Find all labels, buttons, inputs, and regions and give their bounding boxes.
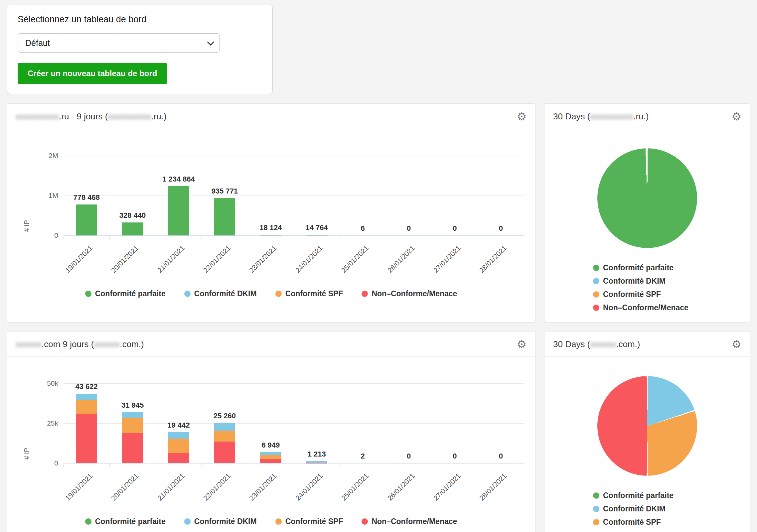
bar-value-label: 0 [407,452,411,461]
x-axis-tick [524,236,524,239]
y-axis-tick-label: 1M [49,192,58,200]
card-title-text: .com 9 jours ( [42,339,94,349]
chart-legend: Conformité parfaiteConformité DKIMConfor… [593,263,750,322]
bar-segment [168,432,189,439]
bar-value-label: 6 [361,224,365,233]
gridline [64,196,524,196]
bar-plot-area: 2M1M0778 468328 4401 234 864935 77118 12… [64,156,524,235]
x-axis-label: 27/01/2021 [432,472,462,502]
legend-marker-spf [275,518,282,525]
legend-label: Conformité SPF [603,290,661,299]
bar-segment [168,453,189,463]
bar-segment [260,452,281,455]
bar-value-label: 328 440 [119,211,146,220]
card-title: 30 Days (xxxxxx.com.) [553,339,640,349]
dashboard-select[interactable]: Défaut [18,33,220,53]
gear-icon[interactable]: ⚙ [731,339,741,350]
x-axis-label: 25/01/2021 [340,472,370,502]
legend-marker-dkim [184,518,191,525]
bar-segment [122,222,143,235]
create-dashboard-button[interactable]: Créer un nouveau tableau de bord [18,63,167,84]
card-title-text: 30 Days ( [553,339,590,349]
bar-value-label: 935 771 [212,187,238,196]
legend-item-menace[interactable]: Non–Conforme/Menace [593,303,750,312]
bar-segment [306,461,327,463]
legend-marker-spf [593,291,599,298]
gridline [64,156,524,156]
gear-icon[interactable]: ⚙ [517,339,527,350]
legend-marker-dkim [593,278,599,284]
chart-legend: Conformité parfaiteConformité DKIMConfor… [7,517,535,526]
legend-item-parfaite[interactable]: Conformité parfaite [593,263,750,272]
bar-chart-card-com: xxxxxx.com 9 jours (xxxxxx.com.) ⚙ # IP … [7,331,535,532]
redacted-domain: xxxxxx [590,339,616,349]
bar-value-label: 19 442 [167,421,190,430]
legend-item-dkim[interactable]: Conformité DKIM [184,289,257,298]
x-axis-label: 22/01/2021 [202,244,232,274]
gear-icon[interactable]: ⚙ [517,111,527,122]
pie-chart [597,376,697,476]
bar-value-label: 43 622 [76,382,98,391]
redacted-domain: xxxxxxxxxx [16,111,59,121]
legend-label: Conformité SPF [285,289,343,298]
y-axis-tick-label: 2M [49,152,58,160]
y-axis-label: # IP [23,448,31,460]
bar-segment [260,459,281,463]
legend-item-spf[interactable]: Conformité SPF [275,517,343,526]
x-axis-label: 21/01/2021 [156,244,186,274]
x-axis-label: 23/01/2021 [248,472,278,502]
card-header: 30 Days (xxxxxx.com.) ⚙ [544,332,750,357]
card-title: xxxxxx.com 9 jours (xxxxxx.com.) [16,339,144,349]
card-title-text: .ru.) [633,111,649,121]
bar-segment [214,431,235,442]
y-axis-tick-label: 0 [54,459,58,467]
legend-item-spf[interactable]: Conformité SPF [593,290,750,299]
redacted-domain: xxxxxxxxxx [108,111,151,121]
legend-marker-parfaite [85,518,91,525]
card-title: 30 Days (xxxxxxxxxx.ru.) [553,111,649,122]
card-header: xxxxxxxxxx.ru - 9 jours (xxxxxxxxxx.ru.)… [7,104,535,129]
bar-value-label: 6 949 [261,441,280,450]
legend-item-dkim[interactable]: Conformité DKIM [593,504,750,513]
x-axis-label: 23/01/2021 [248,244,278,274]
card-title-text: .com.) [120,339,144,349]
legend-item-parfaite[interactable]: Conformité parfaite [85,289,166,298]
x-axis-label: 20/01/2021 [110,244,140,274]
dashboard-row-ru: xxxxxxxxxx.ru - 9 jours (xxxxxxxxxx.ru.)… [7,103,750,323]
bar-segment [260,455,281,459]
legend-item-parfaite[interactable]: Conformité parfaite [85,517,166,526]
bar-segment [214,442,235,463]
bar-segment [76,414,97,463]
dashboard-selector-panel: Sélectionnez un tableau de bord Défaut C… [7,5,273,94]
legend-item-dkim[interactable]: Conformité DKIM [593,277,750,286]
legend-marker-spf [593,519,599,525]
dashboard-row-com: xxxxxx.com 9 jours (xxxxxx.com.) ⚙ # IP … [7,331,750,532]
bar-chart-card-ru: xxxxxxxxxx.ru - 9 jours (xxxxxxxxxx.ru.)… [7,103,535,323]
pie-chart-card-com: 30 Days (xxxxxx.com.) ⚙ Conformité parfa… [544,331,750,532]
pie-chart [597,148,697,248]
bar-value-label: 0 [499,452,503,461]
y-axis-tick-label: 25k [47,419,58,427]
gear-icon[interactable]: ⚙ [731,111,741,122]
card-title: xxxxxxxxxx.ru - 9 jours (xxxxxxxxxx.ru.) [16,111,167,122]
legend-item-spf[interactable]: Conformité SPF [593,518,750,527]
bar-value-label: 0 [407,224,411,233]
legend-label: Conformité parfaite [603,491,674,500]
legend-item-parfaite[interactable]: Conformité parfaite [593,491,750,500]
bar-value-label: 2 [361,452,365,461]
x-axis-label: 26/01/2021 [386,472,416,502]
legend-item-spf[interactable]: Conformité SPF [275,289,343,298]
legend-marker-menace [362,518,368,525]
legend-label: Conformité parfaite [95,517,166,526]
legend-label: Conformité DKIM [194,517,257,526]
legend-label: Conformité SPF [285,517,343,526]
bar-segment [122,433,143,463]
legend-item-menace[interactable]: Non–Conforme/Menace [362,289,457,298]
legend-item-dkim[interactable]: Conformité DKIM [184,517,257,526]
legend-item-menace[interactable]: Non–Conforme/Menace [362,517,457,526]
selector-title: Sélectionnez un tableau de bord [18,14,262,25]
bar-segment [168,186,189,235]
y-axis-tick-label: 0 [54,231,58,239]
legend-marker-dkim [593,506,599,512]
x-axis-label: 28/01/2021 [478,472,508,502]
